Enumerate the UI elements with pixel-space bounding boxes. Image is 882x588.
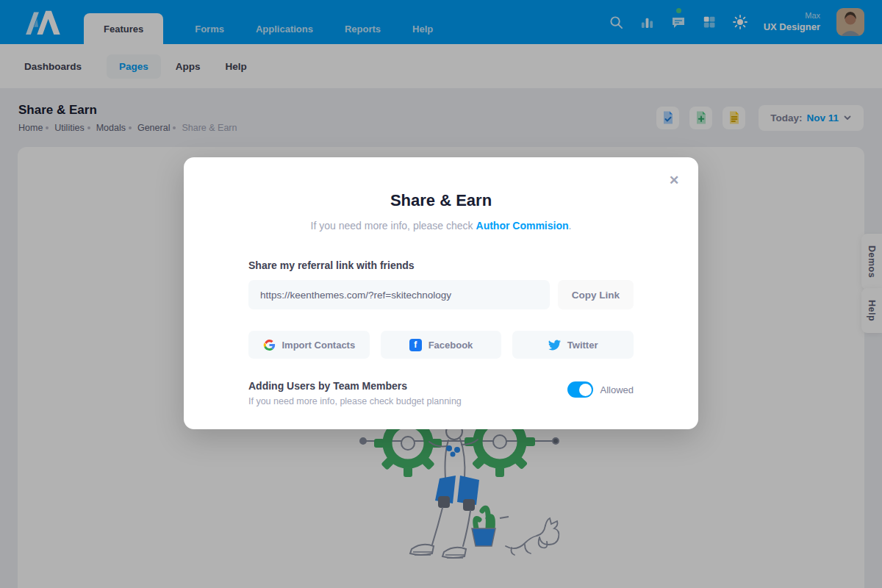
copy-link-button[interactable]: Copy Link <box>558 280 634 309</box>
twitter-button[interactable]: Twitter <box>512 331 634 359</box>
referral-link-input[interactable] <box>248 280 550 309</box>
subtitle-period: . <box>569 220 572 232</box>
modal-title: Share & Earn <box>184 157 698 210</box>
modal-subtitle: If you need more info, please check Auth… <box>184 220 698 232</box>
close-icon[interactable]: ✕ <box>666 172 682 188</box>
social-buttons-row: Import Contacts f Facebook Twitter <box>248 331 634 359</box>
team-members-text: Adding Users by Team Members If you need… <box>248 380 462 406</box>
share-earn-modal: ✕ Share & Earn If you need more info, pl… <box>184 157 698 429</box>
modal-body: Share my referral link with friends Copy… <box>184 259 698 406</box>
team-members-title: Adding Users by Team Members <box>248 380 462 392</box>
team-members-row: Adding Users by Team Members If you need… <box>248 380 634 406</box>
toggle-knob <box>579 384 592 396</box>
subtitle-text: If you need more info, please check <box>311 220 476 232</box>
author-commission-link[interactable]: Author Commision <box>476 220 569 232</box>
import-contacts-label: Import Contacts <box>282 340 356 351</box>
google-icon <box>263 339 276 351</box>
facebook-button[interactable]: f Facebook <box>381 331 502 359</box>
page: Features Forms Applications Reports Help <box>0 0 882 588</box>
referral-label: Share my referral link with friends <box>248 259 634 271</box>
facebook-label: Facebook <box>429 340 473 351</box>
team-members-caption: If you need more info, please check budg… <box>248 396 462 406</box>
facebook-icon: f <box>409 339 422 351</box>
allowed-toggle-group: Allowed <box>567 381 634 398</box>
twitter-label: Twitter <box>567 340 598 351</box>
twitter-icon <box>548 339 561 351</box>
referral-row: Copy Link <box>248 280 634 309</box>
import-contacts-button[interactable]: Import Contacts <box>248 331 370 359</box>
allowed-label: Allowed <box>600 384 634 395</box>
allowed-toggle[interactable] <box>567 381 593 398</box>
